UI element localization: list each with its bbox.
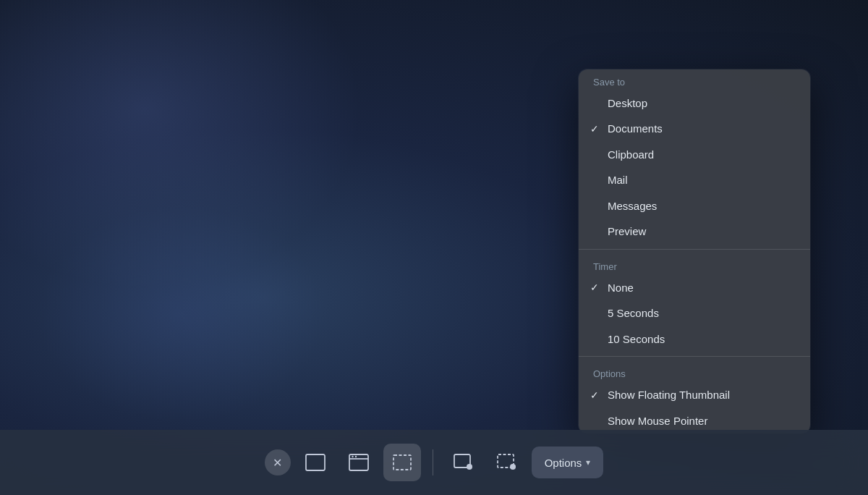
region-record-button[interactable] [488,444,526,481]
options-button-label: Options [545,457,582,469]
svg-rect-0 [306,454,325,470]
menu-item-preview-label: Preview [608,224,646,239]
svg-point-7 [467,464,472,470]
region-capture-button[interactable] [383,444,421,481]
menu-item-mail-label: Mail [608,173,628,187]
fullscreen-capture-button[interactable] [297,444,334,481]
screen-record-button[interactable] [445,444,482,481]
menu-item-5seconds-label: 5 Seconds [608,306,659,321]
separator-2 [579,356,810,357]
menu-item-10seconds[interactable]: 10 Seconds [579,326,810,352]
svg-rect-5 [393,455,411,470]
chevron-down-icon: ▾ [586,457,590,468]
options-section-label: Options [579,361,810,382]
screen-record-icon [452,451,475,474]
close-icon: ✕ [273,456,282,470]
menu-item-clipboard[interactable]: Clipboard [579,142,810,168]
region-capture-icon [391,451,414,474]
toolbar-divider [433,449,433,475]
svg-point-3 [352,456,353,457]
timer-section-label: Timer [579,254,810,275]
menu-item-show-floating-thumbnail-label: Show Floating Thumbnail [608,388,730,402]
menu-item-documents[interactable]: ✓ Documents [579,116,810,142]
menu-item-none[interactable]: ✓ None [579,275,810,301]
checkmark-documents: ✓ [590,122,599,135]
svg-point-4 [354,456,356,457]
options-dropdown-menu: Save to Desktop ✓ Documents Clipboard Ma… [579,69,810,434]
menu-item-messages-label: Messages [608,199,657,213]
separator-1 [579,249,810,250]
menu-item-desktop-label: Desktop [608,96,647,111]
checkmark-floating-thumbnail: ✓ [590,389,599,402]
fullscreen-capture-icon [304,451,327,474]
window-capture-button[interactable] [340,444,378,481]
menu-item-none-label: None [608,281,634,295]
menu-item-desktop[interactable]: Desktop [579,90,810,117]
menu-item-messages[interactable]: Messages [579,193,810,219]
svg-point-9 [510,464,516,470]
menu-item-preview[interactable]: Preview [579,219,810,245]
checkmark-none: ✓ [590,281,599,294]
menu-item-show-floating-thumbnail[interactable]: ✓ Show Floating Thumbnail [579,382,810,408]
save-to-section-label: Save to [579,69,810,90]
menu-item-documents-label: Documents [608,122,663,136]
menu-item-mail[interactable]: Mail [579,167,810,193]
menu-item-show-mouse-pointer-label: Show Mouse Pointer [608,414,707,428]
window-capture-icon [347,451,370,474]
menu-item-5seconds[interactable]: 5 Seconds [579,300,810,326]
screenshot-toolbar: ✕ [0,430,868,495]
options-button[interactable]: Options ▾ [532,447,604,478]
menu-item-clipboard-label: Clipboard [608,148,654,162]
region-record-icon [495,451,519,474]
close-button[interactable]: ✕ [265,449,291,475]
menu-item-10seconds-label: 10 Seconds [608,332,665,347]
toolbar-inner: ✕ [250,444,618,481]
